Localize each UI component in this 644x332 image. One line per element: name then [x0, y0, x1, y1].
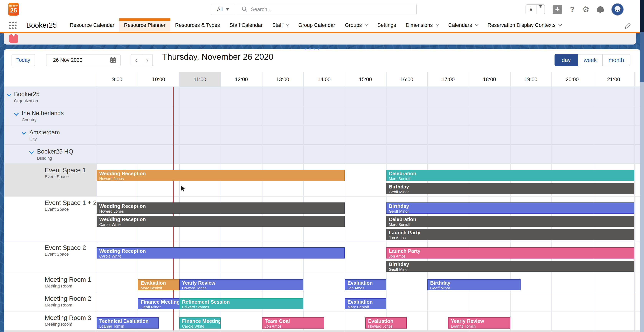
event-reserved-for: Geoff Minor — [389, 267, 634, 272]
event-block-celebration[interactable]: CelebrationMarc Benioff — [386, 216, 634, 227]
search-scope-selector[interactable]: All — [211, 4, 235, 14]
grid-line — [220, 72, 221, 332]
event-reserved-for: Marc Benioff — [389, 177, 634, 181]
resource-row-event-space-1-2[interactable]: Event Space 1 + 2Event SpaceWedding Rece… — [4, 196, 640, 241]
group-row-the-netherlands[interactable]: the NetherlandsCountry — [4, 106, 640, 125]
time-label: 21:00 — [593, 72, 634, 87]
event-block-finance-meeting[interactable]: Finance MeetingCarole White — [179, 318, 220, 329]
event-block-finance-meeting[interactable]: Finance MeetingGeoff Minor — [138, 298, 179, 309]
week-view-button[interactable]: week — [578, 54, 603, 66]
tab-resources-types[interactable]: Resources & Types — [170, 18, 225, 32]
tab-staff[interactable]: Staff — [268, 18, 294, 32]
nav-tabs: Resource CalendarResource PlannerResourc… — [65, 18, 566, 32]
gear-icon[interactable]: ⚙ — [582, 5, 590, 13]
tab-resource-calendar[interactable]: Resource Calendar — [65, 18, 119, 32]
event-block-wedding-reception[interactable]: Wedding ReceptionHoward Jones — [96, 202, 345, 214]
resource-title: Event Space 1 + 2 — [45, 199, 97, 207]
event-title: Evaluation — [368, 318, 406, 324]
chevron-down-icon — [536, 8, 544, 11]
grid-line — [428, 72, 428, 332]
app-launcher-icon[interactable] — [9, 22, 16, 29]
event-block-yearly-review[interactable]: Yearly ReviewLeanne Tomlin — [448, 318, 510, 329]
event-block-launch-party[interactable]: Launch PartyJon Amos — [386, 247, 634, 259]
tree-expand-chevron-icon[interactable] — [6, 92, 11, 96]
scrollbar-thumb[interactable] — [640, 32, 644, 82]
app-navigation-bar: Booker25 Resource CalendarResource Plann… — [0, 18, 640, 33]
quick-add-button[interactable]: + — [552, 4, 562, 14]
event-block-evaluation[interactable]: EvaluationMarc Benioff — [345, 298, 386, 309]
previous-day-button[interactable]: ‹ — [130, 54, 142, 66]
date-picker-input[interactable]: 26 Nov 2020 — [46, 54, 120, 66]
resource-row-meeting-room-3[interactable]: Meeting Room 3Meeting RoomTechnical Eval… — [4, 311, 640, 332]
resource-row-event-space-2[interactable]: Event Space 2Event SpaceWedding Receptio… — [4, 241, 640, 273]
event-title: Launch Party — [389, 230, 634, 236]
event-block-refinement-session[interactable]: Refinement SessionEdward Stamos — [179, 298, 304, 309]
tab-resource-planner[interactable]: Resource Planner — [119, 18, 170, 32]
event-block-technical-evaluation[interactable]: Technical EvaluationLeanne Tomlin — [96, 318, 158, 329]
event-block-yearly-review[interactable]: Yearly ReviewHoward Jones — [179, 279, 304, 290]
today-button[interactable]: Today — [12, 54, 35, 66]
event-reserved-for: Howard Jones — [99, 209, 344, 213]
grid-line — [552, 72, 552, 332]
event-block-evaluation[interactable]: EvaluationMarc Benioff — [138, 279, 179, 290]
user-avatar[interactable] — [611, 3, 624, 15]
time-label: 20:00 — [552, 72, 593, 87]
event-block-birthday[interactable]: BirthdayGeoff Minor — [386, 202, 634, 214]
group-row-booker25[interactable]: Booker25Organization — [4, 87, 640, 106]
resource-row-meeting-room-1[interactable]: Meeting Room 1Meeting RoomEvaluationMarc… — [4, 273, 640, 292]
resource-row-event-space-1[interactable]: Event Space 1Event SpaceWedding Receptio… — [4, 164, 640, 196]
event-reserved-for: Jon Amos — [389, 254, 634, 258]
event-block-launch-party[interactable]: Launch PartyJon Amos — [386, 229, 634, 240]
logo-text-bottom: 25 — [8, 7, 19, 14]
search-input[interactable] — [251, 6, 397, 12]
event-block-team-goal[interactable]: Team GoalJon Amos — [262, 318, 324, 329]
tree-expand-chevron-icon[interactable] — [22, 130, 26, 135]
group-row-amsterdam[interactable]: AmsterdamCity — [4, 125, 640, 144]
tree-expand-chevron-icon[interactable] — [14, 111, 18, 115]
tab-calendars[interactable]: Calendars — [444, 18, 483, 32]
tab-label: Reservation Display Contexts — [488, 22, 556, 28]
favorites-button[interactable]: ★ — [526, 4, 545, 14]
group-title: Amsterdam — [30, 129, 60, 136]
event-block-celebration[interactable]: CelebrationMarc Benioff — [386, 170, 634, 181]
tab-label: Staff Calendar — [230, 22, 262, 28]
tab-staff-calendar[interactable]: Staff Calendar — [225, 18, 267, 32]
event-title: Refinement Session — [182, 299, 303, 305]
event-block-birthday[interactable]: BirthdayGeoff Minor — [386, 183, 634, 194]
tree-expand-chevron-icon[interactable] — [29, 149, 34, 154]
notification-banner — [4, 33, 636, 44]
tab-group-calendar[interactable]: Group Calendar — [294, 18, 340, 32]
event-block-evaluation[interactable]: EvaluationJon Amos — [345, 279, 386, 290]
month-view-button[interactable]: month — [603, 54, 630, 66]
next-day-button[interactable]: › — [142, 54, 153, 66]
day-view-button[interactable]: day — [554, 54, 578, 66]
event-title: Yearly Review — [451, 318, 510, 324]
edit-pencil-icon[interactable] — [624, 23, 631, 30]
grid-line — [634, 72, 634, 332]
tab-label: Resource Calendar — [70, 22, 114, 28]
tab-dimensions[interactable]: Dimensions — [401, 18, 444, 32]
grid-line — [510, 72, 510, 332]
event-title: Celebration — [389, 171, 634, 177]
event-title: Evaluation — [140, 280, 179, 286]
notifications-bell-icon[interactable] — [597, 5, 604, 13]
star-icon: ★ — [526, 5, 536, 14]
tab-groups[interactable]: Groups — [340, 18, 373, 32]
event-block-wedding-reception[interactable]: Wedding ReceptionCarole White — [96, 216, 345, 227]
event-block-birthday[interactable]: BirthdayGeoff Minor — [428, 279, 520, 290]
event-title: Finance Meeting — [140, 299, 179, 305]
resource-subtitle: Event Space — [45, 174, 69, 179]
event-block-wedding-reception[interactable]: Wedding ReceptionCarole White — [96, 247, 345, 259]
tab-reservation-display-contexts[interactable]: Reservation Display Contexts — [483, 18, 566, 32]
loading-dots — [305, 48, 319, 49]
help-icon[interactable]: ? — [570, 5, 574, 14]
event-reserved-for: Edward Stamos — [182, 305, 303, 309]
event-block-birthday[interactable]: BirthdayGeoff Minor — [386, 261, 634, 272]
tab-settings[interactable]: Settings — [372, 18, 401, 32]
group-title: Booker25 — [14, 91, 40, 98]
group-row-booker25-hq[interactable]: Booker25 HQBuilding — [4, 144, 640, 164]
resource-row-meeting-room-2[interactable]: Meeting Room 2Meeting RoomFinance Meetin… — [4, 292, 640, 311]
event-block-wedding-reception[interactable]: Wedding ReceptionHoward Jones — [96, 170, 345, 181]
event-block-evaluation[interactable]: EvaluationHoward Jones — [366, 318, 407, 329]
event-reserved-for: Jon Amos — [265, 324, 324, 328]
